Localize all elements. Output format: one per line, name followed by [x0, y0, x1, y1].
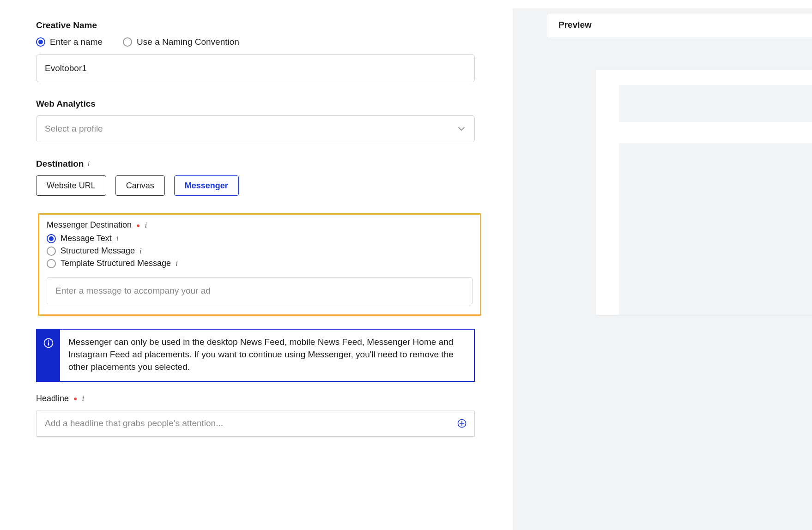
headline-input[interactable]: [36, 410, 475, 437]
destination-buttons: Website URL Canvas Messenger: [36, 175, 475, 196]
creative-name-radios: Enter a name Use a Naming Convention: [36, 37, 475, 47]
info-icon[interactable]: i: [145, 221, 147, 230]
destination-label: Destination i: [36, 159, 475, 169]
info-icon[interactable]: i: [82, 394, 85, 403]
radio-template-structured-message[interactable]: Template Structured Message i: [47, 259, 473, 268]
web-analytics-select[interactable]: Select a profile: [36, 115, 475, 142]
radio-icon: [47, 234, 56, 243]
preview-body: [547, 45, 812, 507]
headline-label: Headline ● i: [36, 394, 475, 404]
md-label-text: Messenger Destination: [47, 220, 132, 230]
destination-canvas-button[interactable]: Canvas: [115, 175, 165, 196]
destination-messenger-button[interactable]: Messenger: [174, 175, 239, 196]
radio-label: Enter a name: [50, 37, 103, 47]
radio-structured-message[interactable]: Structured Message i: [47, 246, 473, 256]
headline-label-text: Headline: [36, 394, 69, 404]
info-icon[interactable]: i: [116, 234, 119, 243]
info-circle-icon: [43, 338, 54, 348]
messenger-placement-alert: Messenger can only be used in the deskto…: [36, 329, 475, 382]
preview-tab[interactable]: Preview: [547, 13, 812, 37]
radio-label: Use a Naming Convention: [137, 37, 239, 47]
info-icon[interactable]: i: [139, 247, 142, 256]
required-indicator: ●: [73, 395, 77, 402]
radio-icon: [47, 247, 56, 256]
preview-placeholder-block: [619, 85, 812, 122]
preview-panel: Preview: [513, 8, 812, 530]
radio-icon: [123, 37, 132, 47]
svg-rect-2: [48, 342, 49, 345]
add-headline-button[interactable]: [457, 419, 467, 428]
destination-label-text: Destination: [36, 159, 84, 169]
radio-icon: [36, 37, 45, 47]
messenger-message-input[interactable]: [47, 277, 473, 304]
web-analytics-label: Web Analytics: [36, 99, 475, 109]
creative-name-label: Creative Name: [36, 20, 475, 30]
radio-label: Template Structured Message: [61, 259, 171, 268]
radio-enter-name[interactable]: Enter a name: [36, 37, 103, 47]
radio-message-text[interactable]: Message Text i: [47, 234, 473, 243]
headline-section: Headline ● i: [36, 394, 475, 437]
radio-icon: [47, 259, 56, 268]
destination-website-button[interactable]: Website URL: [36, 175, 106, 196]
select-placeholder: Select a profile: [36, 115, 475, 142]
radio-label: Structured Message: [61, 246, 135, 256]
creative-name-input[interactable]: [36, 54, 475, 82]
required-indicator: ●: [136, 222, 140, 229]
alert-text: Messenger can only be used in the deskto…: [60, 330, 474, 381]
svg-point-1: [48, 340, 49, 342]
messenger-destination-label: Messenger Destination ● i: [47, 220, 473, 230]
alert-icon-column: [37, 330, 60, 381]
preview-placeholder-block: [619, 143, 812, 315]
messenger-destination-panel: Messenger Destination ● i Message Text i…: [38, 213, 481, 316]
info-icon[interactable]: i: [87, 159, 90, 169]
preview-card: [596, 70, 812, 315]
radio-naming-convention[interactable]: Use a Naming Convention: [123, 37, 239, 47]
info-icon[interactable]: i: [176, 259, 178, 268]
creative-form: Creative Name Enter a name Use a Naming …: [36, 20, 475, 437]
radio-label: Message Text: [61, 234, 112, 243]
